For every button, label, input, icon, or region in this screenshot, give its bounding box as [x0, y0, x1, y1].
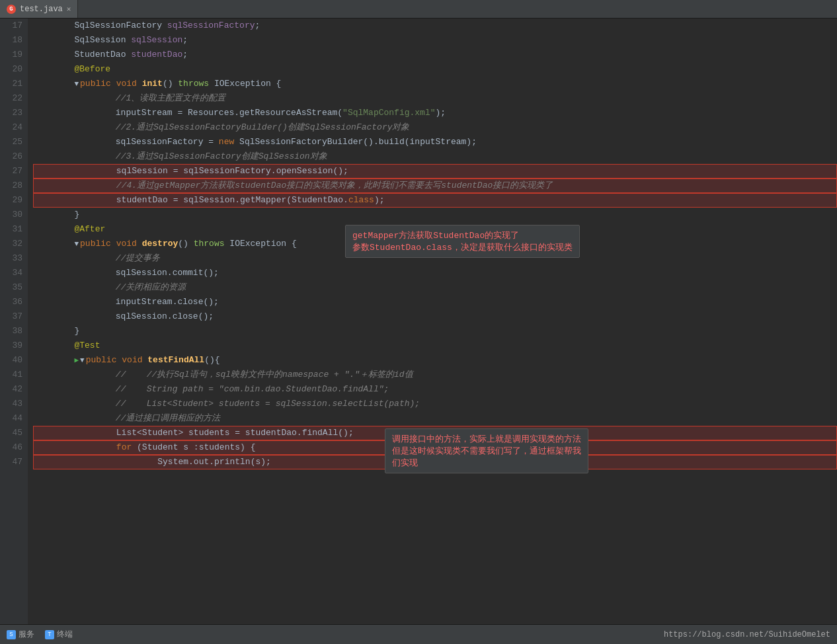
code-line-23: inputStream = Resources.getResourceAsStr… — [33, 106, 837, 120]
code-line-35: //关闭相应的资源 — [33, 280, 837, 295]
code-line-41: // //执行Sql语句，sql映射文件中的namespace + "."＋标签… — [33, 368, 837, 382]
code-line-17: SqlSessionFactory sqlSessionFactory; — [33, 19, 837, 33]
code-line-36: inputStream.close(); — [33, 295, 837, 309]
tab-file-icon: G — [7, 5, 16, 14]
tooltip-getmapper: getMapper方法获取StudentDao的实现了参数StudentDao.… — [345, 225, 580, 258]
code-line-19: StudentDao studentDao; — [33, 48, 837, 62]
code-line-22: //1、读取主配置文件的配置 — [33, 91, 837, 106]
editor: 1718192021222324252627282930313233343536… — [0, 19, 837, 624]
code-line-26: //3.通过SqlSessionFactory创建SqlSession对象 — [33, 149, 837, 164]
service-label: 服务 — [19, 629, 34, 640]
code-line-44: //通过接口调用相应的方法 — [33, 411, 837, 426]
code-line-43: // List<Student> students = sqlSession.s… — [33, 397, 837, 411]
code-line-29: studentDao = sqlSession.getMapper(Studen… — [33, 193, 837, 208]
line-numbers: 1718192021222324252627282930313233343536… — [0, 19, 28, 624]
code-line-40: ▶▼public void testFindAll(){ — [33, 353, 837, 368]
code-line-34: sqlSession.commit(); — [33, 266, 837, 280]
code-line-37: sqlSession.close(); — [33, 309, 837, 324]
code-line-24: //2.通过SqlSessionFactoryBuilder()创建SqlSes… — [33, 120, 837, 135]
status-left: S 服务 T 终端 — [7, 629, 73, 640]
terminal-icon: T — [45, 630, 54, 639]
tab-bar: G test.java ✕ — [0, 0, 837, 19]
code-line-38: } — [33, 324, 837, 339]
service-icon: S — [7, 630, 16, 639]
tab-test-java[interactable]: G test.java ✕ — [0, 0, 78, 18]
code-line-27: sqlSession = sqlSessionFactory.openSessi… — [33, 164, 837, 179]
code-line-39: @Test — [33, 339, 837, 353]
code-line-20: @Before — [33, 62, 837, 77]
tab-filename: test.java — [20, 5, 63, 14]
status-bar: S 服务 T 终端 https://blog.csdn.net/SuihideO… — [0, 624, 837, 644]
code-line-25: sqlSessionFactory = new SqlSessionFactor… — [33, 135, 837, 149]
close-icon[interactable]: ✕ — [67, 5, 71, 13]
code-line-28: //4.通过getMapper方法获取studentDao接口的实现类对象，此时… — [33, 179, 837, 193]
code-area[interactable]: SqlSessionFactory sqlSessionFactory; Sql… — [28, 19, 837, 624]
code-line-18: SqlSession sqlSession; — [33, 33, 837, 48]
service-item[interactable]: S 服务 — [7, 629, 34, 640]
terminal-item[interactable]: T 终端 — [45, 629, 73, 640]
status-url: https://blog.csdn.net/SuihideOmelet — [664, 630, 830, 639]
tooltip-interface-call: 调用接口中的方法，实际上就是调用实现类的方法但是这时候实现类不需要我们写了，通过… — [385, 428, 588, 473]
code-line-30: } — [33, 208, 837, 222]
terminal-label: 终端 — [57, 629, 73, 640]
code-line-21: ▼public void init() throws IOException { — [33, 77, 837, 91]
code-line-42: // String path = "com.bin.dao.StudentDao… — [33, 382, 837, 397]
